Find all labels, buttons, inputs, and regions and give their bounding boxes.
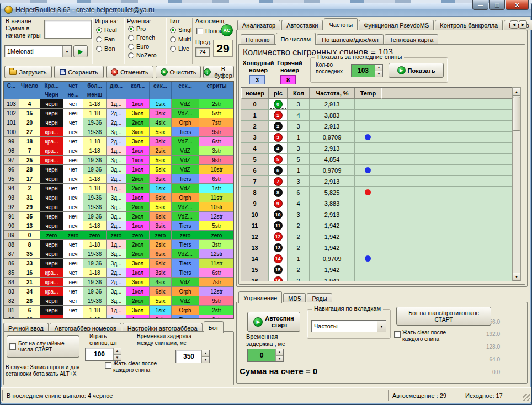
- freq-row[interactable]: 2232,913: [241, 121, 520, 132]
- radio-option[interactable]: Euro: [128, 43, 157, 50]
- radio-option[interactable]: Live: [170, 45, 191, 52]
- spin-up-icon[interactable]: [375, 65, 382, 71]
- freq-row[interactable]: 5554,854: [241, 154, 520, 165]
- history-row[interactable]: 8334кра...чет19-363д...1кол6sixOrph12str: [4, 287, 233, 296]
- freq-row[interactable]: 161621,942: [241, 275, 520, 281]
- show-button[interactable]: Показать: [389, 63, 444, 78]
- resize-grip[interactable]: [523, 394, 530, 401]
- nav-dropdown[interactable]: Частоты: [311, 320, 386, 332]
- freq-row[interactable]: 7732,913: [241, 176, 520, 187]
- start-sum-input[interactable]: [44, 20, 92, 39]
- history-row[interactable]: 8016кра...чет1-182д...1кол3sixTiers6str: [4, 315, 233, 319]
- clear-button[interactable]: Очистить: [156, 66, 201, 78]
- tab-item[interactable]: Функционал PsevdoMS: [359, 20, 434, 30]
- history-row[interactable]: 9135черннеч19-363д...2кол6sixVdZ...12str: [4, 212, 233, 221]
- history-row[interactable]: 9517черннеч1-182д...2кол3sixTiers6str: [4, 174, 233, 184]
- spin-down-icon[interactable]: [114, 354, 121, 361]
- history-row[interactable]: 816чернчет1-181д...3кол1sixOrph2str: [4, 306, 233, 315]
- spin-up-icon[interactable]: [202, 350, 209, 356]
- history-row[interactable]: 10027кра...неч19-363д...3кол5sixTiers9st…: [4, 127, 233, 137]
- autospin-start-button[interactable]: Автоспин старт: [247, 312, 300, 332]
- radio-option[interactable]: Bon: [96, 45, 117, 52]
- buffer-button[interactable]: В буфер: [203, 66, 234, 78]
- history-row[interactable]: 9013черннеч1-182д...1кол3sixTiers5str: [4, 221, 233, 231]
- freq-row[interactable]: 141410,9709: [241, 253, 520, 264]
- tab-item[interactable]: Тепловая карта: [385, 34, 439, 45]
- history-row[interactable]: 8735черннеч19-363д...2кол6sixVdZ...12str: [4, 249, 233, 259]
- bot-delay-spinner[interactable]: 350: [175, 350, 210, 363]
- tab-item[interactable]: Автоставки: [281, 20, 323, 30]
- radio-option[interactable]: Fan: [96, 36, 117, 42]
- spin-down-icon[interactable]: [276, 355, 283, 362]
- radio-option[interactable]: Real: [96, 26, 117, 33]
- load-button[interactable]: Загрузить: [4, 66, 52, 78]
- random-bot-start-button[interactable]: Бот на случайные числа СТАРТ: [7, 335, 79, 358]
- freq-row[interactable]: 131321,942: [241, 242, 520, 253]
- freq-row[interactable]: 111121,942: [241, 220, 520, 231]
- freq-row[interactable]: 9943,883: [241, 198, 520, 209]
- freq-row[interactable]: 101032,913: [241, 209, 520, 220]
- tab-item[interactable]: По полю: [241, 34, 275, 45]
- freq-row[interactable]: 3310,9709: [241, 132, 520, 143]
- history-row[interactable]: 9628чернчет19-363д...1кол5sixVdZ10str: [4, 165, 233, 174]
- close-button[interactable]: [506, 0, 529, 10]
- spin-down-icon[interactable]: [202, 356, 209, 363]
- freq-row[interactable]: 0032,913: [241, 99, 520, 110]
- titlebar[interactable]: HelperRoullet 8.62 - create helperroulle…: [1, 3, 531, 17]
- history-row[interactable]: 10215черннеч1-182д...3кол3sixVdZ...5str: [4, 109, 233, 118]
- tab-item[interactable]: Управление: [238, 291, 282, 303]
- freq-row[interactable]: 8865,825: [241, 187, 520, 198]
- radio-option[interactable]: Pro: [128, 25, 157, 32]
- frequency-table-scrollbar[interactable]: [512, 87, 521, 281]
- history-row[interactable]: 888чернчет1-181д...2кол2sixTiers3str: [4, 240, 233, 249]
- history-row[interactable]: 9229черннеч19-363д...2кол5sixVdZ...10str: [4, 202, 233, 212]
- history-row[interactable]: 8421кра...неч19-362д...3кол4sixVdZ7str: [4, 278, 233, 287]
- spins-count-spinner[interactable]: 100: [85, 348, 121, 361]
- last-count-spinner[interactable]: 103: [351, 64, 383, 77]
- spin-up-icon[interactable]: [114, 348, 121, 354]
- spin-down-icon[interactable]: [375, 71, 382, 77]
- scroll-down-icon[interactable]: [513, 273, 520, 281]
- chance-bot-start-button[interactable]: Бот на шанс/противошанс СТАРТ: [396, 307, 491, 326]
- tab-item[interactable]: По числам: [276, 33, 316, 45]
- history-row[interactable]: 8226чернчет19-363д...2кол5sixVdZ9str: [4, 296, 233, 306]
- tab-scroll-right-button[interactable]: [519, 20, 527, 29]
- freq-row[interactable]: 1143,883: [241, 110, 520, 121]
- bot-clear-checkbox[interactable]: [105, 362, 111, 369]
- tab-item[interactable]: Контроль банкролла: [435, 20, 503, 30]
- scroll-thumb[interactable]: [513, 97, 520, 131]
- random-bot-checkbox[interactable]: [9, 343, 16, 350]
- history-row[interactable]: 8633черннеч19-363д...3кол6sixTiers11str: [4, 259, 233, 268]
- radio-option[interactable]: French: [128, 34, 157, 41]
- history-row[interactable]: 10120чернчет19-362д...2кол4sixOrph7str: [4, 118, 233, 127]
- chevron-down-icon[interactable]: [62, 46, 71, 57]
- tab-item[interactable]: По шансам/дюж/кол: [317, 34, 384, 45]
- save-button[interactable]: Сохранить: [54, 66, 104, 78]
- control-clear-checkbox[interactable]: [394, 331, 401, 338]
- tab-scroll-left-button[interactable]: [510, 20, 518, 29]
- freq-row[interactable]: 121221,942: [241, 231, 520, 242]
- control-delay-spinner[interactable]: 0: [247, 349, 284, 362]
- history-row[interactable]: 9725кра...неч19-363д...1кол5sixVdZ9str: [4, 156, 233, 165]
- radio-option[interactable]: NoZero: [128, 52, 157, 58]
- freq-row[interactable]: 151521,942: [241, 264, 520, 275]
- history-row[interactable]: 9918кра...чет1-182д...3кол3sixVdZ...6str: [4, 137, 233, 146]
- history-row[interactable]: 8516кра...чет1-182д...1кол3sixTiers6str: [4, 268, 233, 278]
- spin-up-icon[interactable]: [276, 349, 283, 355]
- scroll-up-icon[interactable]: [513, 88, 520, 96]
- history-row[interactable]: 942чернчет1-181д...2кол1sixVdZ1str: [4, 184, 233, 193]
- autoshift-new-checkbox[interactable]: [196, 28, 203, 34]
- minimize-button[interactable]: [472, 0, 488, 10]
- freq-row[interactable]: 4432,913: [241, 143, 520, 154]
- chevron-down-icon[interactable]: [377, 321, 386, 332]
- history-row[interactable]: 890zerozerozerozerozerozerozerozero: [4, 231, 233, 240]
- history-row[interactable]: 9331черннеч19-363д...1кол6sixOrph11str: [4, 193, 233, 202]
- history-row[interactable]: 1034чернчет1-181д...1кол1sixVdZ2str: [4, 99, 233, 109]
- radio-option[interactable]: Multi: [170, 36, 191, 42]
- radio-option[interactable]: Singl: [170, 26, 191, 33]
- history-row[interactable]: 987кра...неч1-181д...1кол2sixVdZ3str: [4, 146, 233, 156]
- undo-button[interactable]: Отменить: [106, 66, 153, 78]
- maximize-button[interactable]: [489, 0, 505, 10]
- tab-item[interactable]: Бот: [204, 321, 224, 333]
- tab-item[interactable]: Частоты: [324, 18, 358, 30]
